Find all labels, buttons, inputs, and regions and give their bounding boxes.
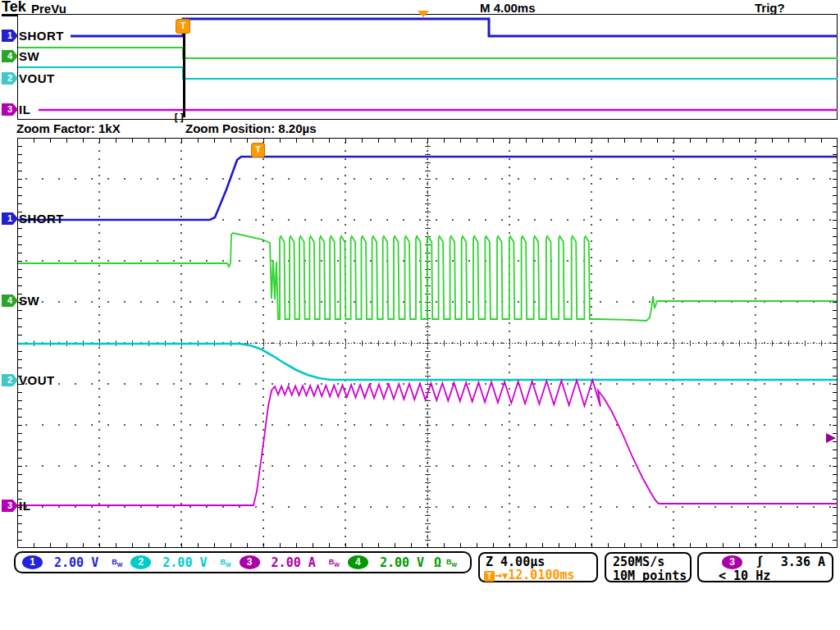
main-ch3-badge: 3 <box>2 500 18 512</box>
zoom-window: T <box>17 138 838 548</box>
ch2-scale-readout: 2.00 V <box>162 555 207 570</box>
trigger-level-arrow-icon <box>826 433 836 443</box>
trigger-status: Trig? <box>755 1 785 15</box>
ch4-bandwidth-icon: BW <box>446 558 457 568</box>
zoom-trigger-t-icon: T <box>251 143 265 158</box>
trigger-coupling-readout: < 10 Hz <box>719 568 770 583</box>
zoom-bracket-icon: [] <box>173 112 185 124</box>
zoom-factor-readout: Zoom Factor: 1kX <box>16 121 121 135</box>
acquisition-box: 250MS/s 10M points <box>605 552 692 582</box>
overview-ch1-badge: 1 <box>2 30 18 42</box>
overview-ch2-badge: 2 <box>2 72 18 84</box>
overview-ch2-label: VOUT <box>19 71 55 85</box>
zoom-waveforms <box>18 139 837 547</box>
ch4-badge-icon: 4 <box>348 555 368 569</box>
overview-sw-trace <box>18 48 838 58</box>
delay-arrow-icon: → <box>495 568 502 582</box>
overview-ch4-label: SW <box>19 49 39 63</box>
timebase-readout: M 4.00ms <box>480 1 536 15</box>
zoom-timebase-box: Z 4.00µs T→▼12.0100ms <box>478 552 598 582</box>
sw-trace <box>18 233 837 321</box>
main-ch1-label: SHORT <box>19 212 64 226</box>
main-ch2-badge: 2 <box>2 374 18 386</box>
zoom-position-readout: Zoom Position: 8.20µs <box>185 121 317 135</box>
oscilloscope-screen: Tek PreVu M 4.00ms Trig? T [] 1 SHORT 4 … <box>0 0 840 630</box>
ch3-bandwidth-icon: BW <box>329 558 340 568</box>
overview-ch3-label: IL <box>19 103 30 116</box>
overview-vout-trace <box>18 67 838 79</box>
vout-trace <box>18 344 837 380</box>
overview-trigger-line <box>183 21 185 117</box>
delay-readout: 12.0100ms <box>508 568 574 582</box>
ch4-impedance-readout: Ω <box>434 555 441 570</box>
ch1-bandwidth-icon: BW <box>112 558 122 568</box>
main-ch2-label: VOUT <box>19 373 55 387</box>
ch3-badge-icon: 3 <box>240 555 260 569</box>
main-ch3-label: IL <box>19 499 30 513</box>
overview-ch1-label: SHORT <box>19 29 64 43</box>
main-ch1-badge: 1 <box>2 212 18 225</box>
main-ch4-label: SW <box>19 294 39 308</box>
ch2-badge-icon: 2 <box>130 555 151 569</box>
sample-rate-readout: 250MS/s <box>613 555 664 569</box>
trigger-slope-icon: ∫ <box>758 554 761 568</box>
trigger-box: 3 ∫ 3.36 A < 10 Hz <box>697 552 833 582</box>
short-trace <box>18 157 837 220</box>
delay-t-icon: T <box>484 571 495 582</box>
il-trace <box>18 380 837 505</box>
overview-ch3-badge: 3 <box>2 103 18 116</box>
main-ch4-badge: 4 <box>2 294 18 307</box>
record-length-readout: 10M points <box>613 568 687 583</box>
channel-readouts-box: 1 2.00 V BW 2 2.00 V BW 3 2.00 A BW 4 2.… <box>14 551 472 573</box>
ch1-badge-icon: 1 <box>22 555 43 569</box>
ch2-bandwidth-icon: BW <box>220 558 231 568</box>
ch4-scale-readout: 2.00 V <box>380 555 424 570</box>
ch1-scale-readout: 2.00 V <box>54 555 98 570</box>
overview-trigger-t-icon: T <box>176 19 190 34</box>
ch3-scale-readout: 2.00 A <box>272 555 316 570</box>
overview-window: T <box>17 14 838 120</box>
trigger-level-readout: 3.36 A <box>781 555 825 569</box>
overview-ch4-badge: 4 <box>2 50 18 62</box>
trigger-source-badge: 3 <box>722 555 742 569</box>
overview-waveforms <box>18 15 838 121</box>
expansion-point-icon <box>418 11 429 17</box>
